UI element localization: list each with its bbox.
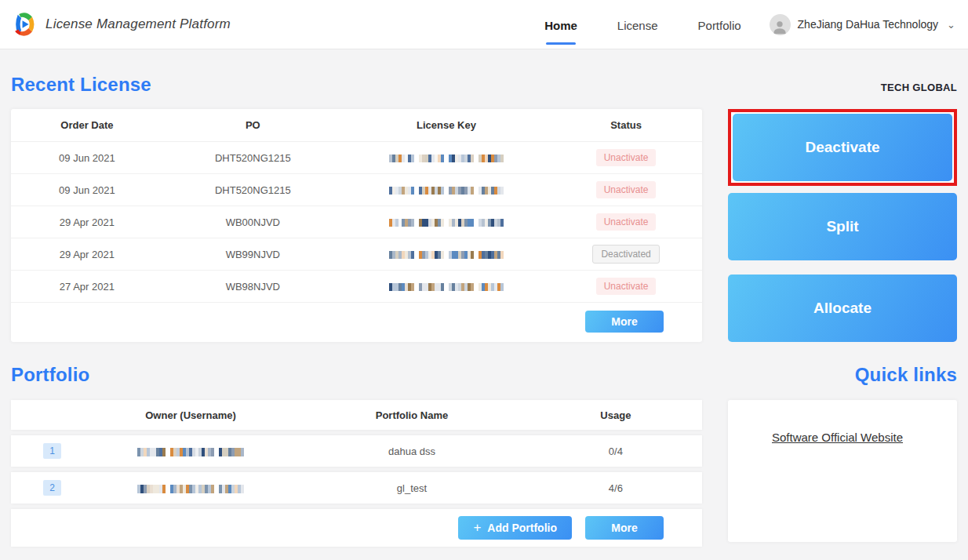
split-button[interactable]: Split (728, 193, 957, 260)
pixel (162, 485, 166, 493)
pixel (205, 448, 208, 456)
license-key-cell (343, 152, 550, 164)
row-index-cell: 1 (11, 443, 87, 459)
highlight-annotation: Deactivate (728, 109, 957, 186)
pixel-group (479, 283, 504, 291)
pixel (441, 283, 444, 291)
status-cell: Unactivate (550, 213, 702, 231)
pixel (162, 448, 166, 456)
license-more-button[interactable]: More (585, 311, 664, 333)
usage-cell: 0/4 (529, 445, 702, 457)
column-header: Usage (529, 409, 702, 421)
pixel (389, 155, 392, 162)
status-badge: Unactivate (596, 149, 657, 166)
row-index-badge: 1 (43, 443, 61, 459)
add-portfolio-button[interactable]: + Add Portfolio (458, 516, 572, 540)
allocate-button[interactable]: Allocate (728, 275, 957, 342)
user-menu[interactable]: ZheJiang DaHua Technology ⌄ (770, 14, 955, 35)
pixel (485, 155, 488, 162)
order-date-cell: 29 Apr 2021 (11, 216, 163, 228)
quick-links-heading: Quick links (728, 364, 957, 386)
pixel (455, 283, 458, 291)
pixel (500, 187, 504, 195)
pixel (411, 283, 414, 291)
pixel (441, 251, 444, 259)
redacted-license-key (389, 155, 504, 162)
status-cell: Deactivated (550, 245, 702, 264)
pixel (211, 448, 214, 456)
license-table-header: Order Date PO License Key Status (11, 109, 702, 141)
pixel (428, 219, 431, 227)
status-badge: Unactivate (596, 181, 657, 198)
license-key-cell (343, 249, 550, 260)
recent-license-card: Order Date PO License Key Status 09 Jun … (11, 109, 702, 342)
plus-icon: + (473, 521, 481, 534)
nav-item-license[interactable]: License (616, 2, 660, 46)
portfolio-name-cell: gl_test (294, 482, 529, 494)
pixel-group (219, 485, 244, 493)
redacted-license-key (389, 251, 504, 259)
order-date-cell: 09 Jun 2021 (11, 152, 163, 164)
company-label: TECH GLOBAL (728, 82, 957, 96)
software-official-website-link[interactable]: Software Official Website (772, 431, 903, 444)
portfolio-table-header: Owner (Username) Portfolio Name Usage (11, 400, 702, 430)
portfolio-more-button[interactable]: More (585, 516, 664, 540)
pixel-group (219, 448, 244, 456)
action-buttons: DeactivateSplitAllocate (728, 109, 957, 342)
pixel (408, 251, 411, 259)
column-header: License Key (343, 119, 550, 131)
license-table-row: 09 Jun 2021DHT520NG1215Unactivate (11, 173, 702, 205)
status-badge: Unactivate (596, 213, 657, 231)
redacted-license-key (389, 219, 504, 227)
pixel (471, 187, 474, 195)
portfolio-table: Owner (Username) Portfolio Name Usage 1d… (11, 400, 702, 547)
order-date-cell: 29 Apr 2021 (11, 249, 163, 260)
pixel (431, 251, 435, 259)
pixel (150, 485, 153, 493)
po-cell: DHT520NG1215 (163, 184, 343, 196)
license-key-cell (343, 216, 550, 228)
pixel-group (449, 251, 474, 259)
portfolio-name-cell: dahua dss (294, 445, 529, 457)
pixel (441, 155, 444, 162)
license-table-row: 29 Apr 2021WB99NJVDDeactivated (11, 238, 702, 270)
pixel (497, 219, 500, 227)
license-table-row: 27 Apr 2021WB98NJVDUnactivate (11, 270, 702, 302)
pixel (471, 219, 474, 227)
pixel (211, 485, 214, 493)
pixel (422, 155, 425, 162)
pixel (468, 187, 471, 195)
pixel (398, 219, 402, 227)
pixel (198, 448, 202, 456)
portfolio-table-row: 1dahua dss0/4 (11, 435, 702, 467)
pixel-group (479, 187, 504, 195)
pixel (405, 283, 408, 291)
license-key-cell (343, 184, 550, 196)
pixel (411, 155, 414, 162)
pixel (497, 187, 500, 195)
pixel-group (170, 485, 214, 493)
redacted-owner-username (137, 448, 244, 456)
usage-cell: 4/6 (529, 482, 702, 494)
pixel-group (419, 283, 444, 291)
pixel-group (449, 219, 474, 227)
user-name: ZheJiang DaHua Technology (798, 18, 939, 31)
status-cell: Unactivate (550, 181, 702, 198)
pixel-group (389, 155, 414, 162)
nav-item-portfolio[interactable]: Portfolio (697, 2, 743, 46)
pixel (241, 485, 244, 493)
license-table-row: 29 Apr 2021WB00NJVDUnactivate (11, 205, 702, 238)
pixel-group (137, 485, 166, 493)
po-cell: WB99NJVD (163, 249, 343, 260)
recent-license-heading: Recent License (11, 74, 702, 96)
status-badge: Deactivated (592, 245, 659, 264)
row-index-badge: 2 (43, 480, 61, 496)
nav-item-home[interactable]: Home (543, 2, 579, 46)
column-header: Portfolio Name (294, 409, 529, 421)
pixel-group (137, 448, 166, 456)
deactivate-button[interactable]: Deactivate (733, 114, 952, 181)
pixel-group (170, 448, 214, 456)
pixel (186, 448, 189, 456)
pixel-group (389, 187, 414, 195)
column-header: Owner (Username) (87, 409, 294, 421)
